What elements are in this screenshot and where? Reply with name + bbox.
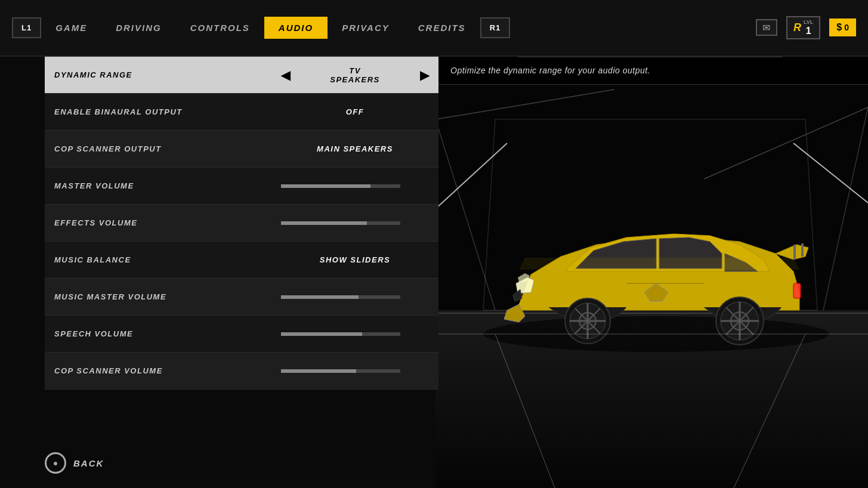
tab-driving[interactable]: DRIVING: [101, 17, 176, 39]
tab-privacy[interactable]: PRIVACY: [328, 17, 404, 39]
value-binaural-output: OFF: [281, 107, 429, 116]
currency-display: $ 0: [829, 18, 856, 36]
slider-cop-scanner-volume[interactable]: [281, 369, 429, 373]
description-text: Optimize the dynamic range for your audi…: [450, 66, 650, 75]
nav-tabs: L1 GAME DRIVING CONTROLS AUDIO PRIVACY C…: [12, 17, 756, 39]
rank-level: 1: [806, 26, 811, 36]
settings-panel: DYNAMIC RANGE ◀ TV SPEAKERS ▶ ENABLE BIN…: [45, 57, 438, 488]
rank-r-label: R: [793, 21, 801, 34]
slider-track-effects-volume: [281, 221, 400, 225]
label-cop-scanner-volume: COP SCANNER VOLUME: [54, 366, 281, 375]
mail-button[interactable]: ✉: [756, 19, 777, 36]
value-music-balance: SHOW SLIDERS: [281, 255, 429, 264]
slider-fill-master-volume: [281, 184, 370, 188]
slider-fill-music-master-volume: [281, 295, 359, 299]
label-dynamic-range: DYNAMIC RANGE: [54, 70, 281, 79]
slider-speech-volume[interactable]: [281, 332, 429, 336]
row-cop-scanner-volume[interactable]: COP SCANNER VOLUME: [45, 353, 438, 390]
row-music-balance[interactable]: MUSIC BALANCE SHOW SLIDERS: [45, 242, 438, 279]
currency-amount: 0: [844, 23, 849, 32]
label-music-balance: MUSIC BALANCE: [54, 255, 281, 264]
value-dynamic-range: TV SPEAKERS: [326, 66, 384, 84]
nav-left-button[interactable]: L1: [12, 17, 41, 38]
tab-game[interactable]: GAME: [41, 17, 101, 39]
label-binaural-output: ENABLE BINAURAL OUTPUT: [54, 107, 281, 116]
tab-audio[interactable]: AUDIO: [264, 17, 328, 39]
arrow-left-dynamic-range[interactable]: ◀: [281, 68, 290, 82]
row-binaural-output[interactable]: ENABLE BINAURAL OUTPUT OFF: [45, 94, 438, 131]
currency-icon: $: [836, 22, 842, 33]
mail-icon: ✉: [762, 22, 770, 33]
slider-fill-effects-volume: [281, 221, 367, 225]
rank-display: R LVL 1: [786, 16, 820, 39]
row-cop-scanner-output[interactable]: COP SCANNER OUTPUT MAIN SPEAKERS: [45, 131, 438, 168]
rank-lvl-label: LVL: [804, 20, 813, 26]
slider-track-speech-volume: [281, 332, 400, 336]
row-music-master-volume[interactable]: MUSIC MASTER VOLUME: [45, 279, 438, 316]
slider-fill-speech-volume: [281, 332, 362, 336]
select-dynamic-range[interactable]: ◀ TV SPEAKERS ▶: [281, 66, 429, 84]
label-master-volume: MASTER VOLUME: [54, 181, 281, 190]
label-speech-volume: SPEECH VOLUME: [54, 329, 281, 338]
row-speech-volume[interactable]: SPEECH VOLUME: [45, 316, 438, 353]
description-bar: Optimize the dynamic range for your audi…: [438, 57, 868, 85]
back-label: BACK: [73, 458, 104, 468]
slider-music-master-volume[interactable]: [281, 295, 429, 299]
slider-track-master-volume: [281, 184, 400, 188]
arrow-right-dynamic-range[interactable]: ▶: [420, 68, 429, 82]
row-dynamic-range[interactable]: DYNAMIC RANGE ◀ TV SPEAKERS ▶: [45, 57, 438, 94]
nav-right-button[interactable]: R1: [480, 17, 511, 38]
value-cop-scanner-output: MAIN SPEAKERS: [281, 144, 429, 153]
back-button[interactable]: ● BACK: [45, 452, 104, 474]
tab-controls[interactable]: CONTROLS: [176, 17, 264, 39]
hud-area: ✉ R LVL 1 $ 0: [756, 16, 856, 39]
tab-credits[interactable]: CREDITS: [404, 17, 480, 39]
row-master-volume[interactable]: MASTER VOLUME: [45, 168, 438, 205]
nav-bar: L1 GAME DRIVING CONTROLS AUDIO PRIVACY C…: [0, 0, 868, 57]
slider-master-volume[interactable]: [281, 184, 429, 188]
slider-fill-cop-scanner-volume: [281, 369, 356, 373]
label-effects-volume: EFFECTS VOLUME: [54, 218, 281, 227]
slider-track-music-master-volume: [281, 295, 400, 299]
label-music-master-volume: MUSIC MASTER VOLUME: [54, 292, 281, 301]
svg-rect-20: [793, 245, 796, 260]
label-cop-scanner-output: COP SCANNER OUTPUT: [54, 144, 281, 153]
svg-rect-36: [793, 283, 801, 298]
svg-rect-21: [801, 243, 804, 257]
slider-track-cop-scanner-volume: [281, 369, 400, 373]
slider-effects-volume[interactable]: [281, 221, 429, 225]
row-effects-volume[interactable]: EFFECTS VOLUME: [45, 205, 438, 242]
back-circle-icon: ●: [45, 452, 66, 474]
